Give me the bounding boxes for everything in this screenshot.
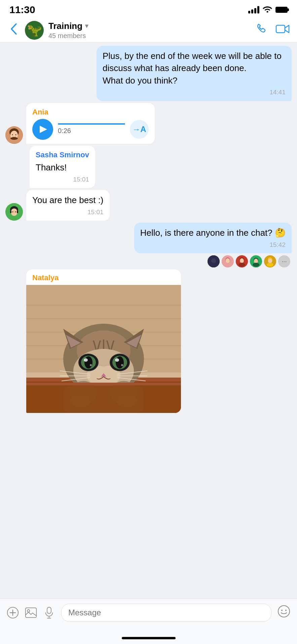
svg-point-15 xyxy=(211,258,216,263)
group-members-count: 45 members xyxy=(48,32,251,40)
svg-rect-10 xyxy=(10,211,11,213)
seen-avatar-2 xyxy=(222,255,234,267)
message-text: Thanks! xyxy=(36,161,89,173)
svg-point-12 xyxy=(12,212,13,213)
image-button[interactable] xyxy=(25,607,37,619)
svg-point-85 xyxy=(278,606,290,617)
svg-point-55 xyxy=(84,358,88,362)
svg-point-86 xyxy=(281,610,283,611)
message-input[interactable] xyxy=(61,604,271,622)
svg-point-31 xyxy=(268,259,272,263)
message-row: Plus, by the end of the week we will be … xyxy=(0,46,297,101)
sender-name-natalya: Natalya xyxy=(26,269,181,285)
message-row-best: You are the best :) 15:01 xyxy=(0,190,297,221)
sender-name: Ania xyxy=(32,107,149,118)
plus-button[interactable] xyxy=(7,607,19,619)
chevron-down-icon: ▾ xyxy=(85,22,88,30)
svg-point-5 xyxy=(15,134,16,135)
wifi-icon xyxy=(263,5,272,14)
svg-rect-11 xyxy=(17,211,18,213)
message-row-sasha: Sasha Smirnov Thanks! 15:01 xyxy=(24,146,297,188)
voice-player[interactable]: 0:26 →A xyxy=(32,119,149,140)
message-time: 14:41 xyxy=(103,88,286,97)
signal-icon xyxy=(248,6,259,13)
message-row-voice: Ania 0:26 →A xyxy=(0,103,297,144)
emoji-button[interactable] xyxy=(277,605,290,620)
seen-more-button[interactable]: ··· xyxy=(278,255,290,267)
chat-header: 🦖 Training ▾ 45 members xyxy=(0,18,297,42)
svg-rect-82 xyxy=(47,607,51,614)
avatar xyxy=(5,126,23,144)
svg-point-27 xyxy=(254,259,258,263)
avatar-man-green xyxy=(5,203,23,221)
home-indicator xyxy=(0,632,297,644)
group-name: Training ▾ xyxy=(48,21,251,31)
microphone-button[interactable] xyxy=(43,607,55,619)
seen-row: ··· xyxy=(0,255,297,267)
svg-rect-75 xyxy=(26,383,181,413)
message-row-natalya: Natalya xyxy=(0,269,297,413)
translate-button[interactable]: →A xyxy=(130,120,149,139)
message-text: Hello, is there anyone in the chat? 🤔 xyxy=(140,227,286,239)
seen-avatar-5 xyxy=(264,255,276,267)
back-button[interactable] xyxy=(7,21,20,39)
bottom-spacer xyxy=(0,415,297,420)
svg-point-23 xyxy=(240,258,244,263)
play-button[interactable] xyxy=(32,119,53,140)
svg-point-16 xyxy=(210,263,217,267)
home-bar xyxy=(122,637,176,639)
svg-point-54 xyxy=(84,356,92,368)
cat-image xyxy=(26,285,181,413)
seen-avatar-1 xyxy=(208,255,220,267)
sender-name: Sasha Smirnov xyxy=(36,150,89,160)
svg-point-56 xyxy=(90,364,92,366)
voice-waveform xyxy=(58,123,125,125)
seen-avatar-3 xyxy=(236,255,248,267)
svg-rect-0 xyxy=(276,25,285,33)
svg-point-87 xyxy=(285,610,287,611)
voice-message-bubble: Ania 0:26 →A xyxy=(26,103,155,144)
svg-point-28 xyxy=(253,263,259,267)
bottom-toolbar xyxy=(0,599,297,632)
svg-point-62 xyxy=(121,364,123,366)
phone-icon[interactable] xyxy=(256,23,269,38)
svg-point-13 xyxy=(15,212,16,213)
message-time: 15:01 xyxy=(36,175,89,184)
image-message-bubble: Natalya xyxy=(26,269,181,413)
header-actions xyxy=(256,23,290,38)
status-icons xyxy=(248,5,288,14)
voice-duration: 0:26 xyxy=(58,126,125,135)
group-info[interactable]: Training ▾ 45 members xyxy=(48,21,251,40)
message-row-hello: Hello, is there anyone in the chat? 🤔 15… xyxy=(0,223,297,253)
message-bubble-hello: Hello, is there anyone in the chat? 🤔 15… xyxy=(134,223,292,253)
svg-point-4 xyxy=(12,134,13,135)
svg-rect-76 xyxy=(26,383,181,385)
svg-point-19 xyxy=(226,258,230,263)
voice-info: 0:26 xyxy=(58,123,125,135)
group-avatar: 🦖 xyxy=(25,21,44,40)
svg-point-6 xyxy=(10,137,18,140)
message-text: You are the best :) xyxy=(32,194,104,206)
video-icon[interactable] xyxy=(275,23,290,37)
svg-point-61 xyxy=(115,358,119,362)
status-time: 11:30 xyxy=(9,4,35,15)
svg-rect-80 xyxy=(26,608,36,618)
message-bubble-best: You are the best :) 15:01 xyxy=(26,190,110,221)
svg-point-20 xyxy=(224,263,231,267)
battery-icon xyxy=(275,7,288,13)
message-bubble-outgoing: Plus, by the end of the week we will be … xyxy=(97,46,292,101)
status-bar: 11:30 xyxy=(0,0,297,18)
message-text: Plus, by the end of the week we will be … xyxy=(103,50,286,87)
message-bubble-sasha: Sasha Smirnov Thanks! 15:01 xyxy=(30,146,95,188)
chat-area: Plus, by the end of the week we will be … xyxy=(0,42,297,599)
seen-avatar-4 xyxy=(250,255,262,267)
svg-point-81 xyxy=(27,610,30,612)
svg-point-32 xyxy=(267,263,273,267)
message-time: 15:42 xyxy=(140,240,286,250)
message-time: 15:01 xyxy=(32,208,104,217)
svg-point-9 xyxy=(11,208,17,216)
svg-point-60 xyxy=(116,356,124,368)
svg-point-24 xyxy=(238,263,245,267)
